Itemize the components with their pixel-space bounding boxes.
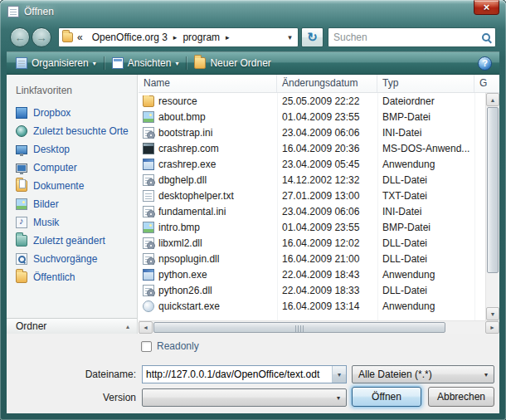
vertical-scrollbar-thumb[interactable]	[487, 107, 499, 273]
column-header-name[interactable]: Name	[139, 75, 277, 92]
filename-combobox: ▾	[142, 365, 347, 383]
sidebar-item-suchvorg-nge[interactable]: Suchvorgänge	[7, 250, 137, 268]
sidebar-item-desktop[interactable]: Desktop	[7, 140, 137, 159]
file-row[interactable]: intro.bmp01.04.2009 23:55BMP-Datei	[139, 219, 485, 235]
file-row[interactable]: dbghelp.dll14.12.2002 12:32DLL-Datei	[139, 172, 485, 188]
sidebar-item-dropbox[interactable]: Dropbox	[7, 104, 137, 122]
open-dialog: Öffnen × ← → « OpenOffice.org 3 ▸ progra…	[0, 0, 506, 420]
new-folder-button[interactable]: Neuer Ordner	[187, 54, 277, 72]
file-date: 27.01.2009 13:00	[277, 190, 377, 202]
back-icon: ←	[15, 32, 26, 44]
breadcrumb-dropdown-button[interactable]: ▾	[284, 33, 296, 42]
folder-icon	[143, 95, 154, 107]
file-row[interactable]: quickstart.exe16.04.2009 13:14Anwendung	[139, 298, 485, 314]
dll-icon	[143, 285, 154, 296]
chevron-down-icon: ▾	[175, 60, 178, 67]
file-date: 14.12.2002 12:32	[277, 174, 377, 186]
file-row[interactable]: resource25.05.2009 22:22Dateiordner	[139, 93, 485, 109]
scroll-left-button[interactable]: ◄	[139, 321, 153, 334]
file-row[interactable]: crashrep.com16.04.2009 20:36MS-DOS-Anwen…	[139, 140, 485, 156]
app-icon	[143, 269, 154, 281]
open-button[interactable]: Öffnen	[352, 387, 421, 407]
sidebar-item-musik[interactable]: Musik	[7, 213, 137, 232]
column-header-date[interactable]: Änderungsdatum	[277, 75, 377, 92]
scroll-down-button[interactable]: ▼	[486, 307, 499, 320]
file-row[interactable]: python26.dll22.04.2009 18:33DLL-Datei	[139, 282, 485, 298]
filetype-select[interactable]: Alle Dateien (*.*) ▾	[352, 365, 494, 383]
forward-button[interactable]: →	[32, 27, 51, 47]
readonly-checkbox[interactable]	[141, 341, 152, 352]
version-select[interactable]: ▾	[142, 388, 347, 407]
recent-places-icon	[16, 125, 27, 137]
public-icon	[16, 271, 27, 283]
back-button[interactable]: ←	[10, 27, 30, 47]
vertical-scrollbar[interactable]: ▲ ▼	[485, 93, 499, 320]
sidebar-item-ffentlich[interactable]: Öffentlich	[7, 268, 137, 286]
organize-button[interactable]: Organisieren ▾	[9, 54, 103, 72]
cancel-button[interactable]: Abbrechen	[428, 387, 494, 407]
file-row[interactable]: python.exe22.04.2009 18:43Anwendung	[139, 266, 485, 282]
scroll-up-button[interactable]: ▲	[486, 93, 499, 106]
folders-bar[interactable]: Ordner ▴	[7, 318, 137, 334]
organize-icon	[16, 57, 27, 69]
command-toolbar: Organisieren ▾ Ansichten ▾ Neuer Ordner …	[7, 51, 499, 75]
help-icon: ?	[482, 58, 488, 68]
file-date: 16.04.2009 21:00	[277, 253, 377, 265]
file-name: npsoplugin.dll	[158, 253, 219, 265]
refresh-button[interactable]: ↻	[301, 27, 324, 47]
file-date: 22.04.2009 18:33	[277, 285, 377, 296]
forward-icon: →	[36, 32, 47, 44]
window-title: Öffnen	[24, 6, 54, 17]
ini-icon	[143, 206, 154, 217]
search-box[interactable]	[328, 27, 496, 47]
breadcrumb[interactable]: « OpenOffice.org 3 ▸ program ▸ ▾	[58, 27, 299, 47]
filename-input[interactable]	[143, 366, 332, 383]
breadcrumb-overflow[interactable]: «	[73, 32, 87, 43]
breadcrumb-segment-program[interactable]: program	[178, 32, 225, 43]
pictures-icon	[16, 198, 27, 210]
close-button[interactable]: ×	[474, 0, 499, 15]
sidebar-item-label: Zuletzt besuchte Orte	[33, 125, 129, 137]
sidebar-item-computer[interactable]: Computer	[7, 159, 137, 177]
views-button[interactable]: Ansichten ▾	[105, 54, 186, 72]
favorites-list: DropboxZuletzt besuchte OrteDesktopCompu…	[7, 104, 137, 286]
horizontal-scrollbar[interactable]: ◄ ►	[139, 320, 499, 334]
filename-dropdown-button[interactable]: ▾	[332, 366, 346, 383]
file-type: MS-DOS-Anwend...	[377, 143, 474, 154]
search-input[interactable]	[328, 32, 477, 43]
column-header-size[interactable]: G	[474, 75, 499, 92]
search-icon[interactable]	[481, 32, 492, 43]
scroll-right-button[interactable]: ►	[485, 321, 499, 334]
filename-label: Dateiname:	[7, 365, 136, 383]
sidebar-item-dokumente[interactable]: Dokumente	[7, 177, 137, 195]
dll-icon	[143, 237, 154, 249]
file-row[interactable]: bootstrap.ini23.04.2009 06:06INI-Datei	[139, 125, 485, 140]
readonly-field: Readonly	[141, 340, 199, 352]
file-row[interactable]: npsoplugin.dll16.04.2009 21:00DLL-Datei	[139, 251, 485, 266]
chevron-down-icon: ▾	[331, 394, 346, 402]
file-type: INI-Datei	[377, 127, 474, 139]
help-button[interactable]: ?	[478, 56, 492, 71]
file-row[interactable]: libxml2.dll16.04.2009 12:02DLL-Datei	[139, 235, 485, 251]
file-name: libxml2.dll	[158, 237, 202, 249]
file-row[interactable]: desktophelper.txt27.01.2009 13:00TXT-Dat…	[139, 188, 485, 203]
sidebar-item-label: Bilder	[33, 198, 59, 210]
sidebar: Linkfavoriten DropboxZuletzt besuchte Or…	[7, 75, 138, 334]
chevron-down-icon: ▾	[479, 371, 494, 378]
sidebar-item-bilder[interactable]: Bilder	[7, 195, 137, 213]
sidebar-item-zuletzt-ge-ndert[interactable]: Zuletzt geändert	[7, 232, 137, 250]
file-name: resource	[158, 95, 197, 107]
organize-label: Organisieren	[32, 57, 89, 69]
column-header-type[interactable]: Typ	[377, 75, 474, 92]
folders-label: Ordner	[16, 320, 46, 332]
file-name: about.bmp	[158, 111, 206, 123]
file-row[interactable]: fundamental.ini23.04.2009 06:06INI-Datei	[139, 203, 485, 219]
file-type: Anwendung	[377, 159, 474, 170]
chevron-down-icon: ▾	[338, 371, 341, 378]
breadcrumb-segment-openoffice[interactable]: OpenOffice.org 3	[87, 32, 173, 43]
sidebar-item-zuletzt-besuchte-orte[interactable]: Zuletzt besuchte Orte	[7, 122, 137, 140]
breadcrumb-separator-icon[interactable]: ▸	[225, 33, 231, 42]
file-row[interactable]: about.bmp01.04.2009 23:55BMP-Datei	[139, 109, 485, 125]
horizontal-scrollbar-thumb[interactable]	[153, 322, 445, 333]
file-row[interactable]: crashrep.exe23.04.2009 05:45Anwendung	[139, 156, 485, 172]
